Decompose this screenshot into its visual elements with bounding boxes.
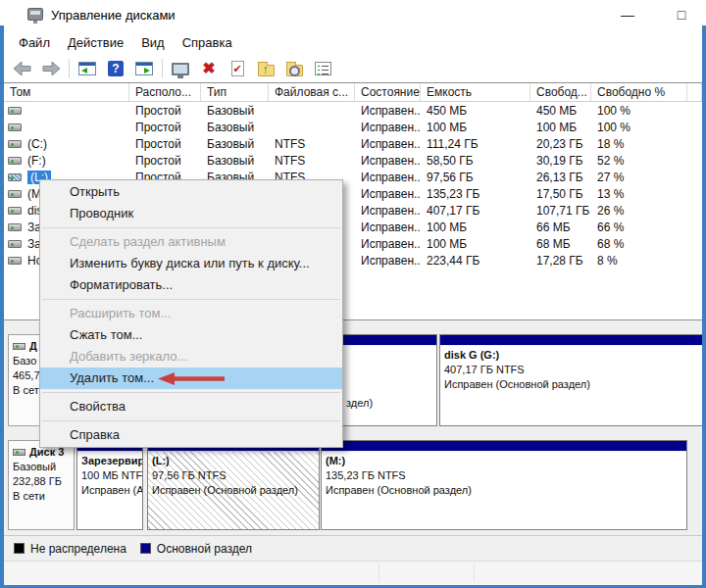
cell-type: Базовый — [201, 104, 269, 118]
cell-capacity: 97,56 ГБ — [421, 171, 530, 184]
console-tree-icon[interactable] — [76, 58, 98, 79]
menu-item-shrink-volume[interactable]: Сжать том... — [40, 324, 342, 346]
minimize-button[interactable]: — — [613, 4, 642, 25]
partition-title: disk G (G:) — [444, 348, 698, 363]
cell-capacity: 450 МБ — [421, 104, 530, 118]
disk-management-window: Управление дисками — □ Файл Действие Вид… — [0, 0, 706, 588]
cell-free-pct: 8 % — [591, 254, 687, 268]
menu-item-add-mirror[interactable]: Добавить зеркало... — [40, 346, 342, 368]
menu-item-change-letter[interactable]: Изменить букву диска или путь к диску... — [40, 253, 342, 274]
column-header-status[interactable]: Состояние — [355, 83, 421, 101]
cell-status: Исправен... — [355, 137, 421, 151]
cell-capacity: 135,23 ГБ — [421, 187, 530, 201]
disk3-label[interactable]: Диск 3 Базовый 232,88 ГБ В сети — [8, 440, 75, 530]
cell-free: 30,19 ГБ — [530, 154, 591, 168]
column-header-free[interactable]: Свобод... — [530, 83, 591, 101]
cell-free-pct: 18 % — [591, 137, 687, 151]
red-arrow-annotation — [158, 372, 225, 385]
volume-icon — [8, 123, 22, 131]
cell-status: Исправен... — [355, 171, 421, 184]
partition-status: Исправен (Основной раздел) — [152, 483, 315, 498]
volume-icon — [8, 240, 22, 248]
cell-free: 450 МБ — [530, 104, 591, 118]
disk3-partition-reserved[interactable]: Зарезервиров 100 МБ NTFS Исправен (Акт — [76, 440, 143, 530]
menu-item-properties[interactable]: Свойства — [40, 396, 342, 417]
menu-item-help[interactable]: Справка — [40, 424, 342, 446]
cell-free: 100 МБ — [530, 121, 591, 134]
volume-icon — [8, 190, 22, 198]
primary-partition-swatch — [140, 543, 151, 554]
action-pane-icon[interactable] — [133, 58, 155, 79]
menu-file[interactable]: Файл — [10, 32, 59, 53]
cell-free-pct: 52 % — [591, 154, 687, 168]
menu-action[interactable]: Действие — [59, 32, 132, 53]
maximize-button[interactable]: □ — [667, 4, 696, 25]
column-header-layout[interactable]: Располо... — [129, 83, 201, 101]
column-header-filesystem[interactable]: Файловая с... — [269, 83, 355, 101]
cell-status: Исправен... — [355, 104, 421, 118]
column-header-capacity[interactable]: Емкость — [421, 83, 530, 101]
window-border — [702, 25, 706, 588]
menu-item-extend-volume[interactable]: Расширить том... — [40, 303, 342, 324]
cell-status: Исправен... — [355, 220, 421, 234]
disk3-partition-m[interactable]: (M:) 135,23 ГБ NTFS Исправен (Основной р… — [321, 440, 687, 530]
cell-layout: Простой — [129, 121, 201, 134]
column-header-filler — [687, 83, 702, 101]
toolbar: ? ✖ — [4, 55, 702, 82]
cell-capacity: 100 МБ — [421, 121, 530, 134]
cell-status: Исправен... — [355, 121, 421, 134]
disk3-partition-l[interactable]: (L:) 97,56 ГБ NTFS Исправен (Основной ра… — [147, 440, 320, 530]
window-title: Управление дисками — [51, 8, 176, 23]
cell-free: 66 МБ — [530, 220, 591, 234]
volume-icon — [8, 173, 22, 181]
toolbar-separator — [69, 59, 70, 78]
table-row[interactable]: (F:) Простой Базовый NTFS Исправен... 58… — [4, 152, 702, 169]
cell-fs: NTFS — [269, 137, 355, 151]
menu-separator — [42, 392, 340, 393]
cell-free-pct: 100 % — [591, 104, 687, 118]
partition-title: (L:) — [152, 454, 315, 468]
task-list-icon[interactable] — [312, 58, 333, 79]
table-header: Том Располо... Тип Файловая с... Состоян… — [4, 83, 702, 102]
back-icon[interactable] — [12, 58, 33, 79]
disk2-partition-g[interactable]: disk G (G:) 407,17 ГБ NTFS Исправен (Осн… — [439, 334, 703, 426]
column-header-free-pct[interactable]: Свободно % — [591, 83, 687, 101]
partition-size: 97,56 ГБ NTFS — [152, 468, 315, 483]
table-row[interactable]: Простой Базовый Исправен... 100 МБ 100 М… — [4, 119, 702, 135]
partition-size: 135,23 ГБ NTFS — [326, 468, 682, 483]
menu-item-format[interactable]: Форматировать... — [40, 274, 342, 296]
title-bar: Управление дисками — □ — [0, 0, 706, 29]
folder-open-icon[interactable] — [255, 58, 277, 79]
cell-status: Исправен... — [355, 187, 421, 201]
menu-item-open[interactable]: Открыть — [40, 181, 342, 203]
menu-item-delete-volume[interactable]: Удалить том... — [40, 368, 342, 389]
cell-status: Исправен... — [355, 154, 421, 168]
partition-size: 407,17 ГБ NTFS — [444, 363, 698, 377]
help-icon[interactable]: ? — [105, 58, 126, 79]
cell-capacity: 111,24 ГБ — [421, 137, 530, 151]
menu-item-explorer[interactable]: Проводник — [40, 203, 342, 224]
volume-icon — [8, 140, 22, 148]
folder-search-icon[interactable] — [283, 58, 305, 79]
forward-icon[interactable] — [40, 58, 62, 79]
device-properties-icon[interactable] — [170, 58, 191, 79]
cell-type: Базовый — [201, 154, 269, 168]
delete-icon[interactable]: ✖ — [198, 58, 220, 79]
cell-free: 107,71 ГБ — [530, 204, 591, 218]
menu-item-mark-active[interactable]: Сделать раздел активным — [40, 231, 342, 253]
volume-icon — [8, 207, 22, 215]
cell-status: Исправен... — [355, 237, 421, 251]
partition-title: Зарезервиров — [81, 454, 138, 468]
table-row[interactable]: Простой Базовый Исправен... 450 МБ 450 М… — [4, 102, 702, 119]
column-header-type[interactable]: Тип — [201, 83, 269, 101]
partition-title: (M:) — [326, 454, 682, 468]
check-disk-icon[interactable] — [227, 58, 248, 79]
cell-capacity: 407,17 ГБ — [421, 204, 530, 218]
menu-help[interactable]: Справка — [174, 32, 241, 53]
legend-bar: Не распределена Основной раздел — [4, 535, 702, 561]
legend-primary-partition: Основной раздел — [140, 542, 252, 556]
table-row[interactable]: (C:) Простой Базовый NTFS Исправен... 11… — [4, 135, 702, 152]
volume-icon — [8, 157, 22, 165]
column-header-volume[interactable]: Том — [4, 83, 129, 101]
menu-view[interactable]: Вид — [132, 32, 174, 53]
